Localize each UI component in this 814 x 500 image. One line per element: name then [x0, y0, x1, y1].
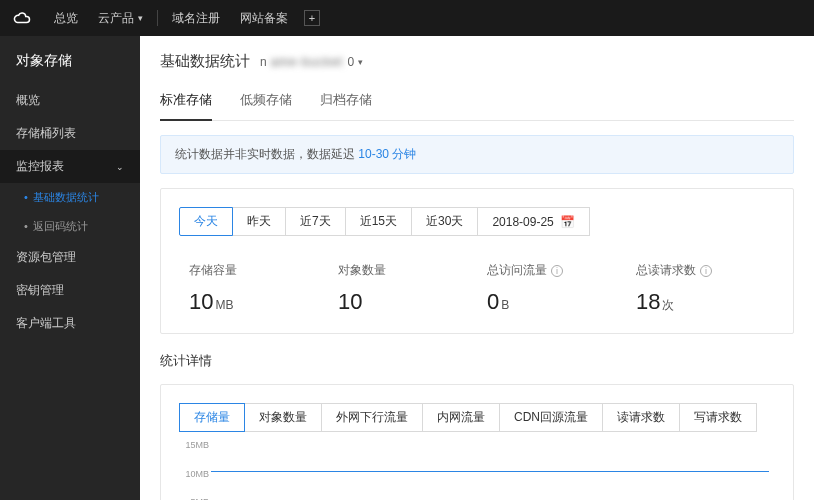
sidebar-sub-return-codes[interactable]: 返回码统计	[0, 212, 140, 241]
tab-archive[interactable]: 归档存储	[320, 85, 372, 120]
nav-icp[interactable]: 网站备案	[230, 10, 298, 27]
stat-value: 0B	[487, 289, 616, 315]
stat-label: 存储容量	[189, 262, 318, 279]
sidebar-title: 对象存储	[0, 48, 140, 84]
chart-tab-6[interactable]: 写请求数	[679, 403, 757, 432]
cloud-logo-icon	[12, 8, 32, 28]
range-yesterday[interactable]: 昨天	[232, 207, 286, 236]
nav-overview[interactable]: 总览	[44, 10, 88, 27]
stat-1: 对象数量10	[328, 262, 477, 315]
calendar-icon: 📅	[560, 215, 575, 229]
delay-notice: 统计数据并非实时数据，数据延迟 10-30 分钟	[160, 135, 794, 174]
page-title: 基础数据统计	[160, 52, 250, 71]
time-range-group: 今天 昨天 近7天 近15天 近30天 2018-09-25📅	[179, 207, 775, 236]
info-icon: i	[551, 265, 563, 277]
chevron-down-icon: ▾	[358, 57, 363, 67]
sidebar-item-packages[interactable]: 资源包管理	[0, 241, 140, 274]
chart-panel: 存储量对象数量外网下行流量内网流量CDN回源流量读请求数写请求数 15MB10M…	[160, 384, 794, 500]
bucket-selector[interactable]: name-bucket0 ▾	[260, 55, 363, 69]
stat-2: 总访问流量 i0B	[477, 262, 626, 315]
stat-value: 18次	[636, 289, 765, 315]
stat-3: 总读请求数 i18次	[626, 262, 775, 315]
range-15d[interactable]: 近15天	[345, 207, 412, 236]
chart-y-axis: 15MB10MB5MB0MB	[179, 440, 209, 500]
divider	[157, 10, 158, 26]
stats-row: 存储容量10MB对象数量10总访问流量 i0B总读请求数 i18次	[179, 262, 775, 315]
chart-tab-4[interactable]: CDN回源流量	[499, 403, 603, 432]
main-content: 基础数据统计 name-bucket0 ▾ 标准存储 低频存储 归档存储 统计数…	[140, 36, 814, 500]
stat-label: 总访问流量 i	[487, 262, 616, 279]
stat-label: 对象数量	[338, 262, 467, 279]
sidebar-item-client[interactable]: 客户端工具	[0, 307, 140, 340]
sidebar-sub-basic-stats[interactable]: 基础数据统计	[0, 183, 140, 212]
summary-panel: 今天 昨天 近7天 近15天 近30天 2018-09-25📅 存储容量10MB…	[160, 188, 794, 334]
chart-tab-5[interactable]: 读请求数	[602, 403, 680, 432]
chart-metric-tabs: 存储量对象数量外网下行流量内网流量CDN回源流量读请求数写请求数	[179, 403, 775, 432]
chart-tab-3[interactable]: 内网流量	[422, 403, 500, 432]
chart-plot	[211, 440, 769, 500]
stat-value: 10	[338, 289, 467, 315]
chart-tab-1[interactable]: 对象数量	[244, 403, 322, 432]
chevron-down-icon: ⌄	[116, 162, 124, 172]
sidebar: 对象存储 概览 存储桶列表 监控报表⌄ 基础数据统计 返回码统计 资源包管理 密…	[0, 36, 140, 500]
chart-series-line	[211, 471, 769, 472]
tab-standard[interactable]: 标准存储	[160, 85, 212, 121]
chart: 15MB10MB5MB0MB 09月23日00:3001:0001:3002:0…	[211, 440, 769, 500]
chart-tab-0[interactable]: 存储量	[179, 403, 245, 432]
sidebar-item-buckets[interactable]: 存储桶列表	[0, 117, 140, 150]
stat-label: 总读请求数 i	[636, 262, 765, 279]
nav-products[interactable]: 云产品▾	[88, 10, 153, 27]
stat-value: 10MB	[189, 289, 318, 315]
range-date-picker[interactable]: 2018-09-25📅	[477, 207, 589, 236]
sidebar-item-monitor[interactable]: 监控报表⌄	[0, 150, 140, 183]
add-button[interactable]: +	[304, 10, 320, 26]
nav-domain[interactable]: 域名注册	[162, 10, 230, 27]
chevron-down-icon: ▾	[138, 13, 143, 23]
detail-title: 统计详情	[160, 352, 794, 370]
top-bar: 总览 云产品▾ 域名注册 网站备案 +	[0, 0, 814, 36]
sidebar-item-keys[interactable]: 密钥管理	[0, 274, 140, 307]
sidebar-item-overview[interactable]: 概览	[0, 84, 140, 117]
info-icon: i	[700, 265, 712, 277]
storage-tabs: 标准存储 低频存储 归档存储	[160, 85, 794, 121]
chart-tab-2[interactable]: 外网下行流量	[321, 403, 423, 432]
tab-infrequent[interactable]: 低频存储	[240, 85, 292, 120]
stat-0: 存储容量10MB	[179, 262, 328, 315]
range-30d[interactable]: 近30天	[411, 207, 478, 236]
range-7d[interactable]: 近7天	[285, 207, 346, 236]
range-today[interactable]: 今天	[179, 207, 233, 236]
